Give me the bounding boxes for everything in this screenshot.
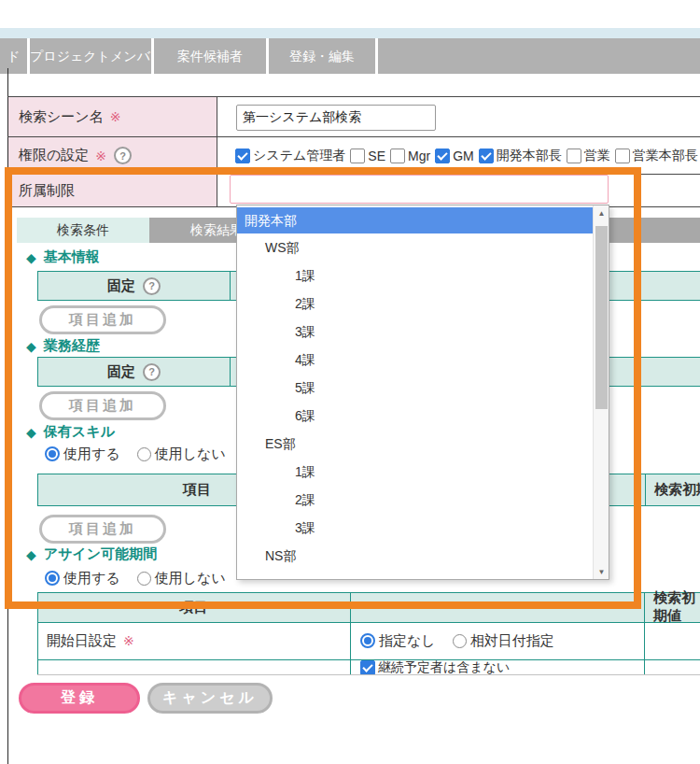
permissions-label: 権限の設定 ※ ? (19, 137, 132, 174)
dropdown-option[interactable]: 5課 (237, 374, 593, 402)
assign-use-radios: 使用する 使用しない (45, 570, 226, 587)
radio-label-relative[interactable]: 相対日付指定 (470, 632, 554, 650)
scrollbar-down-icon[interactable]: ▼ (594, 564, 609, 579)
scrollbar-thumb[interactable] (595, 226, 608, 409)
section-title: 基本情報 (44, 248, 100, 266)
permission-option[interactable]: SE (350, 149, 385, 163)
dropdown-option[interactable]: 2課 (237, 290, 593, 318)
checkbox-checked-icon[interactable] (435, 149, 450, 163)
add-item-button[interactable]: 項目追加 (39, 515, 166, 544)
section-basic-info: ◆ 基本情報 (26, 248, 100, 266)
radio-selected-icon[interactable] (45, 571, 60, 586)
permission-label: GM (453, 149, 474, 163)
radio-label-none[interactable]: 指定なし (379, 632, 436, 650)
top-strip (0, 28, 700, 38)
help-icon[interactable]: ? (114, 147, 132, 164)
radio-selected-icon[interactable] (45, 446, 60, 461)
scrollbar-up-icon[interactable]: ▲ (594, 205, 609, 220)
add-item-button[interactable]: 項目追加 (39, 391, 166, 420)
section-career: ◆ 業務経歴 (26, 337, 100, 355)
start-date-radios: 指定なし 相対日付指定 (360, 622, 554, 659)
permission-option[interactable]: Mgr (390, 149, 430, 163)
dropdown-scrollbar[interactable]: ▲ ▼ (593, 205, 609, 579)
start-date-label-text: 開始日設定 (47, 632, 117, 650)
radio-label-not-use[interactable]: 使用しない (155, 446, 226, 463)
nav-tab-partial[interactable]: ド (0, 38, 27, 74)
permission-option[interactable]: 営業本部長 (615, 148, 698, 164)
dropdown-option[interactable]: 3課 (237, 514, 593, 542)
dropdown-option[interactable]: 開発本部 (237, 207, 593, 233)
checkbox-icon[interactable] (567, 149, 581, 163)
nav-tab-register-edit[interactable]: 登録・編集 (269, 38, 375, 74)
radio-label-use[interactable]: 使用する (63, 570, 120, 587)
nav-separator (375, 38, 378, 74)
scene-name-label: 検索シーン名 ※ (19, 97, 120, 136)
scene-name-input[interactable] (236, 105, 436, 131)
checkbox-icon[interactable] (350, 149, 365, 163)
checkbox-checked-icon[interactable] (235, 149, 250, 163)
dropdown-option[interactable]: 2課 (237, 486, 593, 514)
radio-icon[interactable] (137, 572, 151, 586)
radio-icon[interactable] (137, 447, 151, 461)
register-button[interactable]: 登録 (19, 683, 140, 714)
dropdown-option[interactable]: 4課 (237, 346, 593, 374)
start-date-label: 開始日設定 ※ (47, 622, 134, 659)
dropdown-option[interactable]: 3課 (237, 318, 593, 346)
help-icon[interactable]: ? (143, 363, 161, 381)
cancel-button[interactable]: キャンセル (147, 683, 273, 714)
permission-label: SE (368, 149, 385, 163)
tab-search-results[interactable]: 検索結果 (190, 218, 243, 243)
page: ド プロジェクトメンバー 案件候補者 登録・編集 検索シーン名 ※ 権限の設定 … (0, 0, 700, 764)
add-item-button[interactable]: 項目追加 (39, 305, 166, 334)
dropdown-option[interactable]: 6課 (237, 402, 593, 430)
permissions-label-text: 権限の設定 (19, 147, 89, 164)
dropdown-option[interactable]: ES部 (237, 430, 593, 458)
tab-search-conditions[interactable]: 検索条件 (17, 218, 149, 243)
permission-option[interactable]: GM (435, 149, 474, 163)
dropdown-option[interactable]: 1課 (237, 262, 593, 290)
radio-selected-icon[interactable] (360, 633, 375, 648)
dropdown-option[interactable]: NS部 (237, 542, 593, 570)
section-title: アサイン可能期間 (44, 545, 157, 563)
checkbox-icon[interactable] (615, 149, 630, 163)
section-title: 業務経歴 (44, 337, 100, 355)
affiliation-dropdown-list: 開発本部 WS部 1課 2課 3課 4課 5課 6課 ES部 1課 2課 3課 … (236, 205, 609, 580)
checkbox-checked-icon[interactable] (479, 149, 494, 163)
permission-option[interactable]: 営業 (567, 148, 610, 164)
diamond-icon: ◆ (26, 547, 36, 562)
dropdown-option[interactable]: WS部 (237, 233, 593, 262)
permission-label: Mgr (408, 149, 430, 163)
affiliation-label-text: 所属制限 (19, 182, 75, 200)
permission-option[interactable]: 開発本部長 (479, 148, 562, 164)
header-item-cell: 項目 (37, 592, 350, 622)
affiliation-combobox[interactable] (230, 175, 609, 204)
radio-label-not-use[interactable]: 使用しない (155, 570, 226, 587)
radio-icon[interactable] (453, 634, 467, 648)
affiliation-label: 所属制限 (19, 175, 75, 206)
required-mark: ※ (110, 109, 121, 124)
nav-tab-candidates[interactable]: 案件候補者 (154, 38, 266, 74)
checkbox-checked-icon[interactable] (360, 660, 375, 674)
section-assign-period: ◆ アサイン可能期間 (26, 545, 157, 563)
section-title: 保有スキル (44, 423, 115, 441)
cell-divider (645, 474, 646, 505)
fixed-label: 固定 (107, 277, 135, 295)
dropdown-option[interactable]: 1課 (237, 572, 593, 580)
table-border (217, 96, 217, 206)
checkbox-icon[interactable] (390, 149, 405, 163)
permission-label: 営業本部長 (633, 148, 698, 164)
help-icon[interactable]: ? (143, 277, 161, 295)
cell-divider (230, 272, 231, 300)
permission-option[interactable]: システム管理者 (235, 148, 345, 164)
exclude-row-clipped: 継続予定者は含まない (360, 659, 696, 674)
dropdown-option[interactable]: 1課 (237, 458, 593, 486)
fixed-cell: 固定 ? (38, 272, 230, 300)
exclude-checkbox-option[interactable]: 継続予定者は含まない (360, 659, 692, 674)
radio-label-use[interactable]: 使用する (63, 446, 120, 463)
nav-tab-project-members[interactable]: プロジェクトメンバー (30, 38, 151, 74)
skills-use-radios: 使用する 使用しない (45, 446, 226, 462)
required-mark: ※ (123, 633, 134, 648)
header-initial-cell: 検索初期値 (654, 474, 700, 505)
permissions-checkbox-group: システム管理者 SE Mgr GM 開発本部長 営業 営業本部長 音 (235, 137, 700, 174)
cell-divider (230, 358, 231, 386)
